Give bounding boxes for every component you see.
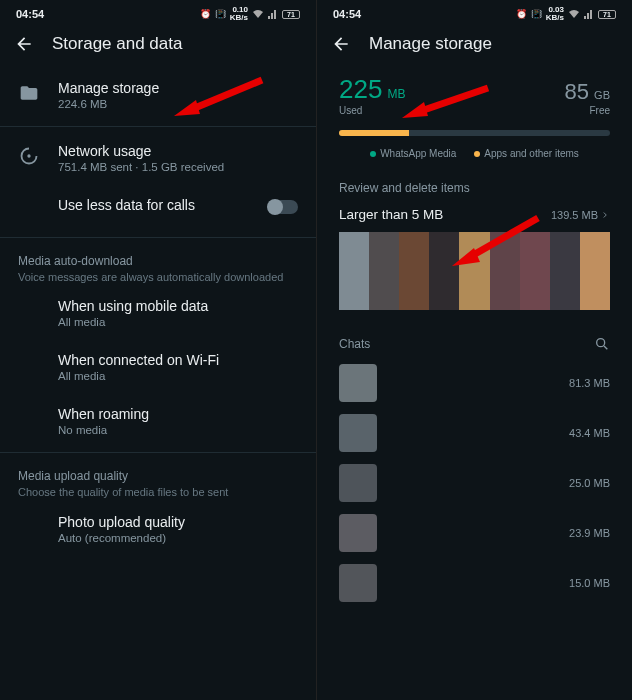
phone-right: 04:54 ⏰ 📳 0.03KB/s 71 Manage storage 225… [316, 0, 632, 700]
chat-size: 81.3 MB [569, 377, 610, 389]
media-thumbnails[interactable] [339, 232, 610, 310]
roaming-row[interactable]: When roaming No media [0, 394, 316, 448]
status-bar: 04:54 ⏰ 📳 0.10KB/s 71 [0, 0, 316, 26]
chat-avatar [339, 464, 377, 502]
chats-header: Chats [339, 337, 370, 351]
chat-row[interactable]: 43.4 MB [317, 408, 632, 458]
manage-storage-row[interactable]: Manage storage 224.6 MB [0, 68, 316, 122]
larger-than-size: 139.5 MB [551, 209, 598, 221]
svg-point-0 [27, 154, 30, 157]
review-delete-header: Review and delete items [317, 171, 632, 201]
chat-avatar [339, 364, 377, 402]
wifi-icon [568, 9, 580, 19]
alarm-icon: ⏰ [200, 9, 211, 19]
header: Storage and data [0, 26, 316, 68]
media-auto-download-header: Media auto-download Voice messages are a… [0, 242, 316, 286]
chat-avatar [339, 514, 377, 552]
dot-whatsapp [370, 151, 376, 157]
storage-free-unit: GB [594, 89, 610, 101]
chat-avatar [339, 414, 377, 452]
chat-row[interactable]: 81.3 MB [317, 358, 632, 408]
back-button[interactable] [331, 34, 351, 54]
chat-size: 23.9 MB [569, 527, 610, 539]
svg-point-1 [597, 339, 605, 347]
manage-storage-label: Manage storage [58, 80, 298, 96]
manage-storage-size: 224.6 MB [58, 98, 298, 110]
storage-legend: WhatsApp Media Apps and other items [317, 146, 632, 171]
larger-than-label: Larger than 5 MB [339, 207, 443, 222]
chat-avatar [339, 564, 377, 602]
chat-row[interactable]: 15.0 MB [317, 558, 632, 608]
storage-bar-apps [339, 130, 409, 136]
alarm-icon: ⏰ [516, 9, 527, 19]
storage-bar [339, 130, 610, 136]
chat-row[interactable]: 23.9 MB [317, 508, 632, 558]
storage-stats: 225 MB Used 85 GB Free [317, 68, 632, 120]
wifi-row[interactable]: When connected on Wi-Fi All media [0, 340, 316, 394]
media-upload-header: Media upload quality Choose the quality … [0, 457, 316, 501]
status-bar: 04:54 ⏰ 📳 0.03KB/s 71 [317, 0, 632, 26]
wifi-icon [252, 9, 264, 19]
mobile-data-row[interactable]: When using mobile data All media [0, 286, 316, 340]
chat-size: 15.0 MB [569, 577, 610, 589]
storage-used-unit: MB [387, 87, 405, 101]
larger-than-row[interactable]: Larger than 5 MB 139.5 MB [317, 201, 632, 228]
dot-other [474, 151, 480, 157]
page-title: Manage storage [369, 34, 492, 54]
folder-icon [18, 82, 40, 104]
storage-used-value: 225 [339, 74, 382, 105]
chat-size: 43.4 MB [569, 427, 610, 439]
use-less-data-toggle[interactable] [268, 200, 298, 214]
chat-row[interactable]: 25.0 MB [317, 458, 632, 508]
use-less-data-row[interactable]: Use less data for calls [0, 185, 316, 233]
photo-quality-row[interactable]: Photo upload quality Auto (recommended) [0, 502, 316, 556]
battery-icon: 71 [282, 10, 300, 19]
network-usage-label: Network usage [58, 143, 298, 159]
network-usage-sub: 751.4 MB sent · 1.5 GB received [58, 161, 298, 173]
phone-left: 04:54 ⏰ 📳 0.10KB/s 71 Storage and data M… [0, 0, 316, 700]
use-less-data-label: Use less data for calls [58, 197, 250, 213]
battery-icon: 71 [598, 10, 616, 19]
header: Manage storage [317, 26, 632, 68]
chat-size: 25.0 MB [569, 477, 610, 489]
page-title: Storage and data [52, 34, 182, 54]
data-usage-icon [18, 145, 40, 167]
status-time: 04:54 [333, 8, 361, 20]
vibrate-icon: 📳 [215, 9, 226, 19]
signal-icon [268, 9, 278, 19]
status-time: 04:54 [16, 8, 44, 20]
vibrate-icon: 📳 [531, 9, 542, 19]
signal-icon [584, 9, 594, 19]
search-icon[interactable] [594, 336, 610, 352]
network-usage-row[interactable]: Network usage 751.4 MB sent · 1.5 GB rec… [0, 131, 316, 185]
storage-free-value: 85 [565, 79, 589, 105]
chevron-right-icon [600, 210, 610, 220]
back-button[interactable] [14, 34, 34, 54]
